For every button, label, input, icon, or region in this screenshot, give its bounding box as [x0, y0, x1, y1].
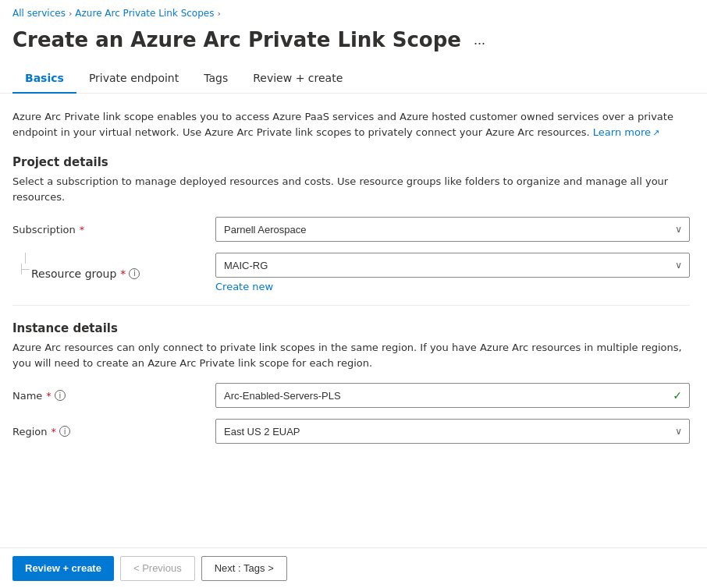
h-line-row: [21, 264, 30, 275]
breadcrumb: All services › Azure Arc Private Link Sc…: [0, 0, 707, 25]
subscription-label: Subscription: [12, 224, 76, 236]
name-row: Name * i ✓: [12, 383, 690, 408]
breadcrumb-sep-1: ›: [69, 9, 72, 19]
external-link-icon: ↗: [652, 128, 659, 138]
subscription-required: *: [80, 224, 85, 236]
region-select[interactable]: East US 2 EUAP: [215, 419, 690, 444]
tab-review-create[interactable]: Review + create: [240, 64, 355, 94]
footer-bar: Review + create < Previous Next : Tags >: [0, 547, 707, 588]
region-select-wrapper: East US 2 EUAP ∨: [215, 419, 690, 444]
ellipsis-button[interactable]: ...: [469, 30, 490, 50]
breadcrumb-sep-2: ›: [217, 9, 220, 19]
name-valid-icon: ✓: [673, 389, 682, 402]
v-line: [25, 253, 26, 264]
tab-private-endpoint[interactable]: Private endpoint: [76, 64, 191, 94]
region-required: *: [52, 426, 57, 437]
instance-details-title: Instance details: [12, 321, 690, 335]
resource-group-control: MAIC-RG ∨ Create new: [215, 253, 690, 292]
name-control: ✓: [215, 383, 690, 408]
name-input[interactable]: [215, 383, 690, 408]
subscription-select-wrapper: Parnell Aerospace ∨: [215, 217, 690, 242]
subscription-label-col: Subscription *: [12, 224, 215, 236]
resource-group-required: *: [120, 267, 126, 280]
breadcrumb-all-services[interactable]: All services: [12, 8, 66, 19]
indent-lines: Resource group * i: [12, 253, 215, 292]
region-info-icon[interactable]: i: [59, 426, 70, 437]
region-label: Region: [12, 426, 48, 437]
content-area: Azure Arc Private link scope enables you…: [0, 94, 702, 525]
resource-group-indent-area: Resource group * i: [12, 253, 215, 292]
resource-group-label-col: Resource group * i: [31, 253, 140, 292]
region-label-col: Region * i: [12, 426, 215, 437]
tab-tags[interactable]: Tags: [191, 64, 240, 94]
region-control: East US 2 EUAP ∨: [215, 419, 690, 444]
resource-group-info-icon[interactable]: i: [129, 268, 140, 279]
previous-button[interactable]: < Previous: [120, 556, 195, 581]
resource-group-label: Resource group: [31, 267, 116, 280]
create-new-link[interactable]: Create new: [215, 281, 273, 292]
name-input-wrapper: ✓: [215, 383, 690, 408]
divider-1: [12, 305, 690, 306]
description-text: Azure Arc Private link scope enables you…: [12, 109, 690, 140]
subscription-row: Subscription * Parnell Aerospace ∨: [12, 217, 690, 242]
tabs-bar: Basics Private endpoint Tags Review + cr…: [0, 64, 707, 94]
instance-details-desc: Azure Arc resources can only connect to …: [12, 340, 690, 370]
review-create-button[interactable]: Review + create: [12, 556, 114, 581]
region-row: Region * i East US 2 EUAP ∨: [12, 419, 690, 444]
resource-group-select-wrapper: MAIC-RG ∨: [215, 253, 690, 278]
resource-group-outer-row: Resource group * i MAIC-RG ∨ Create new: [12, 253, 690, 292]
page-title-row: Create an Azure Arc Private Link Scope .…: [0, 25, 707, 64]
next-button[interactable]: Next : Tags >: [201, 556, 287, 581]
resource-group-select[interactable]: MAIC-RG: [215, 253, 690, 278]
learn-more-link[interactable]: Learn more↗: [593, 126, 659, 138]
page-title: Create an Azure Arc Private Link Scope: [12, 28, 461, 51]
name-label-col: Name * i: [12, 390, 215, 402]
name-info-icon[interactable]: i: [55, 390, 66, 401]
name-label: Name: [12, 390, 42, 402]
breadcrumb-arc-scopes[interactable]: Azure Arc Private Link Scopes: [75, 8, 214, 19]
subscription-select[interactable]: Parnell Aerospace: [215, 217, 690, 242]
h-line: [22, 269, 30, 270]
project-details-title: Project details: [12, 155, 690, 169]
project-details-desc: Select a subscription to manage deployed…: [12, 174, 690, 204]
name-required: *: [46, 390, 52, 402]
indent-v-line: [19, 253, 31, 292]
tab-basics[interactable]: Basics: [12, 64, 76, 94]
subscription-control: Parnell Aerospace ∨: [215, 217, 690, 242]
